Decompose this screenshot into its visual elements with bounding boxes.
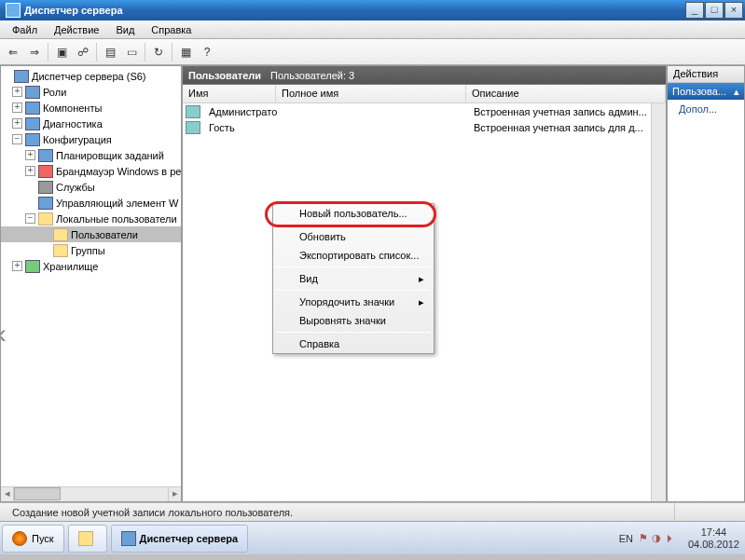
user-icon bbox=[186, 105, 200, 118]
horizontal-scrollbar[interactable]: ◂ ▸ bbox=[1, 486, 181, 501]
tree-roles[interactable]: Роли bbox=[43, 87, 66, 98]
ctx-separator bbox=[276, 290, 431, 291]
ctx-refresh[interactable]: Обновить bbox=[273, 227, 434, 246]
ctx-export[interactable]: Экспортировать список... bbox=[273, 246, 434, 265]
tray-icon[interactable]: ◑ bbox=[652, 532, 661, 544]
ctx-help[interactable]: Справка bbox=[273, 335, 434, 353]
wmi-icon bbox=[38, 197, 53, 210]
expand-icon[interactable]: + bbox=[12, 87, 22, 97]
refresh-button[interactable]: ↻ bbox=[148, 42, 169, 62]
vertical-scrollbar[interactable] bbox=[651, 103, 666, 501]
cell-desc: Встроенная учетная запись админ... bbox=[468, 106, 666, 117]
tree-firewall[interactable]: Брандмауэр Windows в ре bbox=[56, 166, 181, 177]
col-fullname[interactable]: Полное имя bbox=[276, 85, 466, 102]
windows-orb-icon bbox=[12, 531, 27, 546]
col-name[interactable]: Имя bbox=[183, 85, 276, 102]
status-seg bbox=[610, 503, 675, 521]
content-count: Пользователей: 3 bbox=[270, 70, 354, 81]
tray-clock[interactable]: 17:44 04.08.2012 bbox=[681, 526, 739, 551]
expand-icon[interactable]: + bbox=[25, 150, 35, 160]
col-desc[interactable]: Описание bbox=[466, 85, 666, 102]
firewall-icon bbox=[38, 165, 53, 178]
statusbar: Создание новой учетной записи локального… bbox=[0, 502, 745, 521]
toolbar-btn-4[interactable]: ▭ bbox=[121, 42, 142, 62]
minimize-button[interactable]: _ bbox=[685, 2, 704, 19]
tree[interactable]: Диспетчер сервера (S6) +Роли +Компоненты… bbox=[1, 66, 181, 486]
toolbar-separator bbox=[96, 43, 97, 61]
scrollbar-thumb[interactable] bbox=[14, 487, 61, 500]
start-button[interactable]: Пуск bbox=[2, 525, 64, 553]
window-title: Диспетчер сервера bbox=[24, 5, 685, 16]
cell-name: Гость bbox=[203, 122, 278, 133]
maximize-button[interactable]: □ bbox=[705, 2, 724, 19]
tree-users[interactable]: Пользователи bbox=[71, 229, 138, 240]
roles-icon bbox=[25, 86, 40, 99]
ctx-view[interactable]: Вид▸ bbox=[273, 269, 434, 288]
tree-root[interactable]: Диспетчер сервера (S6) bbox=[32, 71, 146, 82]
toolbar-btn-2[interactable]: ☍ bbox=[73, 42, 93, 62]
taskbar-app[interactable]: Диспетчер сервера bbox=[111, 525, 249, 553]
toolbar-btn-3[interactable]: ▤ bbox=[100, 42, 120, 62]
chevron-left-icon: ‹ bbox=[1, 318, 7, 349]
tree-wmi[interactable]: Управляющий элемент W bbox=[56, 198, 178, 209]
server-icon bbox=[121, 531, 136, 546]
menu-file[interactable]: Файл bbox=[5, 22, 45, 37]
app-icon bbox=[6, 3, 21, 18]
ctx-separator bbox=[276, 225, 431, 225]
actions-pane: Действия Пользова... ▴ Допол... bbox=[667, 65, 745, 502]
list-row[interactable]: Гость Встроенная учетная запись для д... bbox=[183, 119, 666, 135]
content-header: Пользователи Пользователей: 3 bbox=[183, 66, 666, 85]
tree-components[interactable]: Компоненты bbox=[43, 102, 102, 114]
user-icon bbox=[186, 121, 200, 134]
chevron-right-icon: ▸ bbox=[419, 273, 424, 285]
ctx-new-user[interactable]: Новый пользователь... bbox=[273, 204, 434, 223]
tree-scheduler[interactable]: Планировщик заданий bbox=[56, 150, 164, 161]
folder-icon bbox=[53, 244, 68, 257]
column-headers: Имя Полное имя Описание bbox=[183, 85, 666, 103]
tree-diagnostics[interactable]: Диагностика bbox=[43, 118, 103, 130]
toolbar-separator bbox=[48, 43, 48, 61]
tray-icon[interactable]: ⚑ bbox=[639, 532, 648, 544]
close-button[interactable]: × bbox=[724, 2, 743, 19]
expand-icon[interactable]: + bbox=[25, 166, 35, 176]
chevron-right-icon: ▸ bbox=[419, 296, 424, 308]
actions-section[interactable]: Пользова... ▴ bbox=[668, 83, 744, 100]
taskbar: Пуск Диспетчер сервера EN ⚑ ◑ ⏵ 17:44 04… bbox=[0, 521, 745, 554]
nav-forward-button[interactable]: ⇒ bbox=[24, 42, 45, 62]
menu-view[interactable]: Вид bbox=[108, 22, 142, 37]
tree-localusers[interactable]: Локальные пользователи bbox=[56, 213, 177, 225]
nav-back-button[interactable]: ⇐ bbox=[3, 42, 23, 62]
collapse-icon[interactable]: − bbox=[25, 213, 35, 224]
folder-icon bbox=[78, 531, 93, 546]
expand-icon[interactable]: + bbox=[12, 261, 22, 271]
expand-icon[interactable]: + bbox=[12, 102, 22, 113]
cell-name: Администратор bbox=[203, 106, 278, 117]
tree-groups[interactable]: Группы bbox=[71, 245, 105, 256]
status-text: Создание новой учетной записи локального… bbox=[5, 503, 610, 521]
menu-action[interactable]: Действие bbox=[47, 22, 106, 37]
ctx-align[interactable]: Выровнять значки bbox=[273, 311, 434, 330]
tray-icon[interactable]: ⏵ bbox=[665, 532, 675, 544]
list-row[interactable]: Администратор Встроенная учетная запись … bbox=[183, 103, 666, 119]
toolbar-btn-5[interactable]: ▦ bbox=[175, 42, 196, 62]
folder-icon bbox=[38, 212, 53, 225]
tree-config[interactable]: Конфигурация bbox=[43, 134, 112, 145]
ctx-separator bbox=[276, 332, 431, 333]
toolbar-btn-1[interactable]: ▣ bbox=[51, 42, 72, 62]
content-title: Пользователи bbox=[188, 70, 261, 81]
ctx-arrange[interactable]: Упорядочить значки▸ bbox=[273, 293, 434, 311]
tree-services[interactable]: Службы bbox=[56, 182, 95, 193]
language-indicator[interactable]: EN bbox=[619, 533, 633, 544]
menubar: Файл Действие Вид Справка bbox=[0, 20, 745, 39]
help-button[interactable]: ? bbox=[197, 42, 217, 62]
folder-icon bbox=[53, 228, 68, 241]
window-titlebar: Диспетчер сервера _ □ × bbox=[0, 0, 745, 20]
collapse-icon[interactable]: − bbox=[12, 134, 22, 144]
menu-help[interactable]: Справка bbox=[144, 22, 199, 37]
expand-icon[interactable]: + bbox=[12, 118, 22, 129]
taskbar-explorer[interactable] bbox=[68, 525, 107, 553]
actions-more[interactable]: Допол... bbox=[668, 100, 744, 118]
tree-storage[interactable]: Хранилище bbox=[43, 261, 98, 272]
context-menu: Новый пользователь... Обновить Экспортир… bbox=[272, 203, 435, 354]
services-icon bbox=[38, 181, 53, 194]
